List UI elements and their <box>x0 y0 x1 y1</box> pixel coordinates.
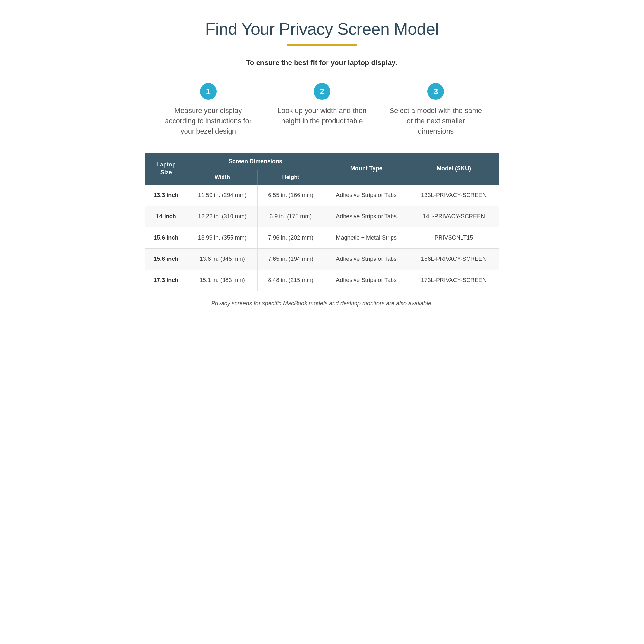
step-1-circle: 1 <box>200 83 217 100</box>
main-container: Find Your Privacy Screen Model To ensure… <box>145 19 499 307</box>
cell-height: 7.96 in. (202 mm) <box>258 227 324 248</box>
col-laptop-size-header: Laptop Size <box>145 153 187 185</box>
cell-width: 12.22 in. (310 mm) <box>187 206 257 227</box>
step-1-number: 1 <box>206 87 210 97</box>
cell-height: 6.55 in. (166 mm) <box>258 185 324 206</box>
step-3-text: Select a model with the same or the next… <box>389 106 483 137</box>
step-2: 2 Look up your width and then height in … <box>265 83 379 126</box>
col-model-sku-header: Model (SKU) <box>409 153 499 185</box>
cell-laptop-size: 14 inch <box>145 206 187 227</box>
table-row: 13.3 inch11.59 in. (294 mm)6.55 in. (166… <box>145 185 499 206</box>
table-row: 17.3 inch15.1 in. (383 mm)8.48 in. (215 … <box>145 270 499 291</box>
step-3-number: 3 <box>433 87 438 97</box>
cell-laptop-size: 13.3 inch <box>145 185 187 206</box>
cell-height: 7.65 in. (194 mm) <box>258 248 324 270</box>
title-divider <box>287 44 357 46</box>
cell-mount-type: Adhesive Strips or Tabs <box>324 248 409 270</box>
cell-model-sku: PRIVSCNLT15 <box>409 227 499 248</box>
cell-model-sku: 173L-PRIVACY-SCREEN <box>409 270 499 291</box>
cell-mount-type: Adhesive Strips or Tabs <box>324 270 409 291</box>
cell-model-sku: 14L-PRIVACY-SCREEN <box>409 206 499 227</box>
cell-mount-type: Adhesive Strips or Tabs <box>324 185 409 206</box>
col-height-header: Height <box>258 170 324 185</box>
cell-width: 15.1 in. (383 mm) <box>187 270 257 291</box>
cell-laptop-size: 15.6 inch <box>145 227 187 248</box>
steps-row: 1 Measure your display according to inst… <box>145 83 499 137</box>
cell-width: 13.6 in. (345 mm) <box>187 248 257 270</box>
step-1: 1 Measure your display according to inst… <box>151 83 265 137</box>
cell-width: 11.59 in. (294 mm) <box>187 185 257 206</box>
col-width-header: Width <box>187 170 257 185</box>
step-2-number: 2 <box>320 87 324 97</box>
col-screen-dimensions-header: Screen Dimensions <box>187 153 324 170</box>
step-3-circle: 3 <box>427 83 444 100</box>
step-3: 3 Select a model with the same or the ne… <box>379 83 493 137</box>
footer-note: Privacy screens for specific MacBook mod… <box>145 300 499 307</box>
table-row: 15.6 inch13.6 in. (345 mm)7.65 in. (194 … <box>145 248 499 270</box>
subtitle: To ensure the best fit for your laptop d… <box>145 59 499 67</box>
cell-height: 8.48 in. (215 mm) <box>258 270 324 291</box>
cell-mount-type: Adhesive Strips or Tabs <box>324 206 409 227</box>
cell-model-sku: 156L-PRIVACY-SCREEN <box>409 248 499 270</box>
table-row: 15.6 inch13.99 in. (355 mm)7.96 in. (202… <box>145 227 499 248</box>
cell-model-sku: 133L-PRIVACY-SCREEN <box>409 185 499 206</box>
cell-laptop-size: 15.6 inch <box>145 248 187 270</box>
cell-mount-type: Magnetic + Metal Strips <box>324 227 409 248</box>
step-1-text: Measure your display according to instru… <box>161 106 255 137</box>
product-table: Laptop Size Screen Dimensions Mount Type… <box>145 153 499 291</box>
col-mount-type-header: Mount Type <box>324 153 409 185</box>
step-2-circle: 2 <box>314 83 330 100</box>
cell-width: 13.99 in. (355 mm) <box>187 227 257 248</box>
cell-height: 6.9 in. (175 mm) <box>258 206 324 227</box>
cell-laptop-size: 17.3 inch <box>145 270 187 291</box>
table-row: 14 inch12.22 in. (310 mm)6.9 in. (175 mm… <box>145 206 499 227</box>
page-title: Find Your Privacy Screen Model <box>145 19 499 39</box>
step-2-text: Look up your width and then height in th… <box>275 106 369 126</box>
